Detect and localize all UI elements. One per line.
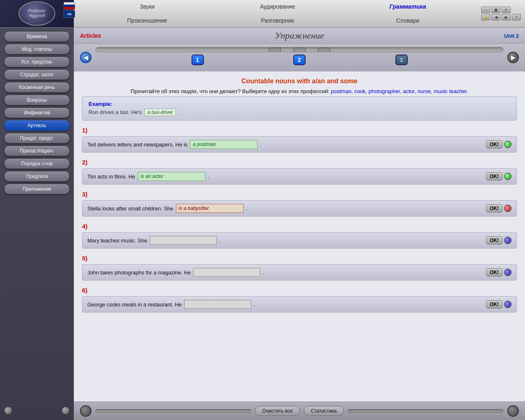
sidebar-item-infinitiv[interactable]: Инфинитив bbox=[4, 107, 70, 118]
flag-gb-btn[interactable]: GB bbox=[64, 10, 75, 18]
item-number-5: 5) bbox=[82, 255, 517, 262]
item-text-3: Stella looks after small children. She bbox=[87, 205, 173, 212]
answer-input-5[interactable] bbox=[193, 268, 260, 277]
logo: Professor Higgins® bbox=[18, 1, 55, 26]
flag-ru-btn[interactable]: RU bbox=[64, 2, 75, 9]
ok-area-6: OK! bbox=[486, 300, 511, 308]
exercise-main-title: Countable nouns with a/an and some bbox=[82, 78, 517, 85]
sidebar-item-prilozhenia[interactable]: Приложения bbox=[4, 184, 70, 194]
item-dot-5: . bbox=[263, 269, 265, 276]
item-row-5: John takes photographs for a magazine. H… bbox=[82, 264, 517, 281]
bottom-track-left bbox=[96, 409, 251, 413]
nav-grammatika[interactable]: Грамматика bbox=[342, 0, 473, 14]
sidebar-item-pridat-predl[interactable]: Придат. предл. bbox=[4, 133, 70, 144]
answer-input-1[interactable] bbox=[190, 140, 258, 149]
nav-slovari[interactable]: Словари bbox=[342, 14, 473, 27]
sidebar-item-vremena[interactable]: Времена bbox=[4, 31, 70, 42]
progress-next-button[interactable]: ▶ bbox=[507, 52, 519, 63]
minimize-icon[interactable]: — bbox=[481, 7, 490, 13]
exercise-area: Countable nouns with a/an and some Прочи… bbox=[74, 71, 525, 402]
stats-button[interactable]: Статистика bbox=[304, 406, 344, 416]
item-dot-4: . bbox=[219, 237, 221, 244]
item-text-4: Mary teaches music. She bbox=[87, 237, 147, 244]
sidebar-item-predlogi[interactable]: Предлоги bbox=[4, 171, 70, 182]
status-light-1 bbox=[504, 141, 511, 148]
sidebar: Времена Мод. глаголы Усл. предлож. Страд… bbox=[0, 28, 74, 420]
answer-input-4[interactable] bbox=[150, 236, 217, 245]
item-dot-6: . bbox=[254, 301, 256, 308]
exercise-title: Упражнение bbox=[80, 30, 519, 41]
item-number-2: 2) bbox=[82, 159, 517, 166]
back-icon[interactable]: ◀ bbox=[491, 14, 500, 21]
step-button-1[interactable]: 1 bbox=[192, 55, 204, 65]
ok-area-1: OK! bbox=[486, 140, 511, 148]
answer-input-2[interactable] bbox=[138, 172, 205, 181]
example-label: Example: bbox=[89, 101, 510, 107]
clear-all-button[interactable]: Очистить все bbox=[255, 406, 299, 416]
ok-button-2[interactable]: OK! bbox=[486, 172, 502, 180]
step-button-3[interactable]: 3 bbox=[395, 55, 408, 65]
lock-icon[interactable]: 🔒 bbox=[481, 14, 490, 21]
nav-proiznoshenie[interactable]: Произношение bbox=[82, 14, 212, 27]
close-icon[interactable]: ✕ bbox=[502, 7, 511, 13]
status-light-4 bbox=[504, 237, 511, 244]
exercise-item-5: 5) John takes photographs for a magazine… bbox=[82, 255, 517, 281]
logo-area: Professor Higgins® bbox=[0, 0, 74, 27]
bottom-track-right bbox=[348, 409, 503, 413]
ok-area-4: OK! bbox=[486, 236, 511, 244]
item-dot-1: . bbox=[260, 142, 262, 148]
sidebar-item-voprosy[interactable]: Вопросы bbox=[4, 95, 70, 105]
sidebar-dot-right bbox=[62, 406, 70, 415]
forward-icon[interactable]: ▶ bbox=[502, 14, 511, 21]
ok-button-5[interactable]: OK! bbox=[486, 268, 502, 276]
progress-segment-1 bbox=[269, 47, 281, 52]
sidebar-item-mod-glagoly[interactable]: Мод. глаголы bbox=[4, 44, 70, 55]
answer-input-6[interactable] bbox=[184, 300, 251, 309]
professions-list: postman, cook, photographer, actor, nurs… bbox=[331, 88, 468, 94]
item-number-3: 3) bbox=[82, 191, 517, 198]
sidebar-item-stradat-zalog[interactable]: Страдат. залог bbox=[4, 69, 70, 80]
step-button-2[interactable]: 2 bbox=[293, 55, 306, 65]
unit-label: Unit 2 bbox=[504, 33, 519, 39]
ok-button-6[interactable]: OK! bbox=[486, 300, 502, 308]
nav-area: Звуки Аудирование Грамматика Произношени… bbox=[74, 0, 481, 27]
exercise-item-2: 2) Tim acts in films. He . OK! bbox=[82, 159, 517, 185]
flag-area: RU GB bbox=[64, 2, 75, 18]
nav-zvuki[interactable]: Звуки bbox=[82, 0, 212, 14]
item-number-6: 6) bbox=[82, 287, 517, 294]
sidebar-item-usl-predlozh[interactable]: Усл. предлож. bbox=[4, 57, 70, 67]
answer-input-3[interactable] bbox=[176, 204, 244, 213]
exercise-item-1: 1) Ted delivers letters and newspapers. … bbox=[82, 127, 517, 153]
exercise-instruction: Прочитайте об этих людях, что они делают… bbox=[82, 88, 517, 94]
item-text-5: John takes photographs for a magazine. H… bbox=[87, 269, 191, 276]
ok-button-3[interactable]: OK! bbox=[486, 204, 502, 212]
progress-prev-button[interactable]: ◀ bbox=[80, 52, 91, 63]
logo-text: Professor Higgins® bbox=[28, 9, 46, 18]
content-header: Articles Упражнение Unit 2 bbox=[74, 28, 525, 44]
sidebar-item-artikl[interactable]: Артикль bbox=[4, 120, 70, 131]
ok-area-3: OK! bbox=[486, 204, 511, 212]
ok-button-1[interactable]: OK! bbox=[486, 140, 502, 148]
ok-area-5: OK! bbox=[486, 268, 511, 276]
topbar: Professor Higgins® RU GB Звуки Аудирован… bbox=[0, 0, 525, 28]
item-text-6: George cooks meals in a restaurant. He bbox=[87, 301, 182, 308]
sidebar-item-poryadok-slov[interactable]: Порядок слов bbox=[4, 158, 70, 169]
bottom-right-button[interactable] bbox=[507, 405, 519, 417]
restore-icon[interactable]: ▣ bbox=[491, 7, 500, 13]
main-layout: Времена Мод. глаголы Усл. предлож. Страд… bbox=[0, 28, 525, 420]
nav-razgovornik[interactable]: Разговорник bbox=[212, 14, 343, 27]
example-box: Example: Ron drives a taxi. He's a taxi-… bbox=[82, 96, 517, 121]
sidebar-bottom bbox=[4, 404, 70, 417]
exercise-item-6: 6) George cooks meals in a restaurant. H… bbox=[82, 287, 517, 313]
exercise-item-3: 3) Stella looks after small children. Sh… bbox=[82, 191, 517, 217]
progress-bar-row: ◀ 1 2 3 ▶ bbox=[74, 44, 525, 71]
sidebar-item-kosv-rech[interactable]: Косвенная речь bbox=[4, 82, 70, 93]
exercise-item-4: 4) Mary teaches music. She . OK! bbox=[82, 223, 517, 249]
bottom-left-button[interactable] bbox=[80, 405, 91, 417]
sidebar-item-prilag-narech[interactable]: Прилаг./Нареч. bbox=[4, 146, 70, 156]
help-icon[interactable]: ? bbox=[512, 14, 521, 21]
progress-segment-3 bbox=[318, 47, 330, 52]
nav-audirovanie[interactable]: Аудирование bbox=[212, 0, 343, 14]
item-number-1: 1) bbox=[82, 127, 517, 134]
ok-button-4[interactable]: OK! bbox=[486, 236, 502, 244]
